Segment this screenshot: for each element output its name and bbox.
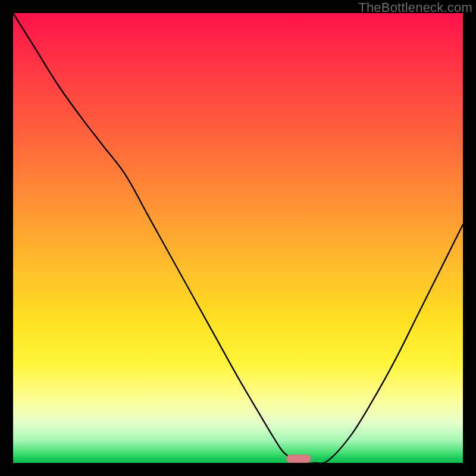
- bottleneck-curve: [13, 13, 463, 463]
- watermark-text: TheBottleneck.com: [358, 0, 472, 15]
- optimal-marker: [286, 455, 311, 463]
- chart-frame: TheBottleneck.com: [0, 0, 476, 476]
